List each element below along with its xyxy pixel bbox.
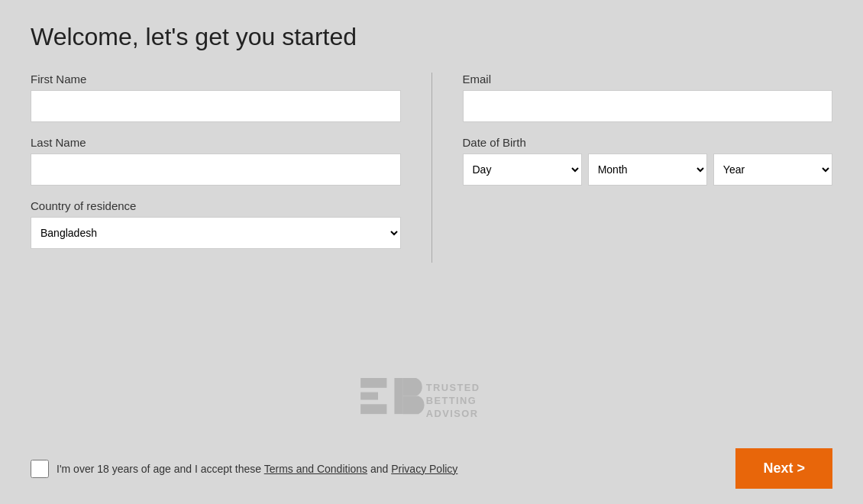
next-button[interactable]: Next > bbox=[735, 448, 832, 489]
form-left: First Name Last Name Country of residenc… bbox=[31, 73, 432, 263]
terms-row: I'm over 18 years of age and I accept th… bbox=[31, 460, 457, 478]
form-right: Email Date of Birth Day 1234 5678 910111… bbox=[432, 73, 833, 263]
year-select[interactable]: Year 2005200420032002 2001200019991998 1… bbox=[713, 153, 832, 186]
dob-group: Date of Birth Day 1234 5678 9101112 1314… bbox=[463, 136, 833, 186]
last-name-group: Last Name bbox=[31, 136, 401, 186]
page-container: Welcome, let's get you started First Nam… bbox=[0, 0, 863, 504]
svg-rect-1 bbox=[360, 393, 378, 400]
svg-rect-2 bbox=[360, 404, 386, 414]
country-group: Country of residence Bangladesh United S… bbox=[31, 199, 401, 249]
privacy-link[interactable]: Privacy Policy bbox=[391, 463, 457, 475]
first-name-input[interactable] bbox=[31, 90, 401, 122]
terms-link[interactable]: Terms and Conditions bbox=[264, 463, 367, 475]
first-name-label: First Name bbox=[31, 73, 401, 86]
terms-text: I'm over 18 years of age and I accept th… bbox=[57, 463, 457, 475]
page-title: Welcome, let's get you started bbox=[31, 23, 832, 51]
email-input[interactable] bbox=[463, 90, 833, 122]
month-select[interactable]: Month JanuaryFebruaryMarch AprilMayJune … bbox=[588, 153, 707, 186]
tba-logo: TRUSTED BETTING ADVISOR bbox=[355, 367, 508, 435]
form-layout: First Name Last Name Country of residenc… bbox=[31, 73, 832, 263]
footer-area: I'm over 18 years of age and I accept th… bbox=[0, 448, 863, 489]
email-label: Email bbox=[463, 73, 833, 86]
svg-text:ADVISOR: ADVISOR bbox=[426, 408, 479, 419]
svg-text:TRUSTED: TRUSTED bbox=[426, 382, 480, 393]
dob-label: Date of Birth bbox=[463, 136, 833, 149]
first-name-group: First Name bbox=[31, 73, 401, 122]
dob-row: Day 1234 5678 9101112 13141516 17181920 … bbox=[463, 153, 833, 186]
svg-rect-0 bbox=[360, 378, 386, 388]
last-name-label: Last Name bbox=[31, 136, 401, 149]
last-name-input[interactable] bbox=[31, 153, 401, 186]
email-group: Email bbox=[463, 73, 833, 122]
country-select[interactable]: Bangladesh United States United Kingdom … bbox=[31, 217, 401, 249]
svg-text:BETTING: BETTING bbox=[426, 395, 477, 406]
age-checkbox[interactable] bbox=[31, 460, 49, 478]
country-label: Country of residence bbox=[31, 199, 401, 212]
day-select[interactable]: Day 1234 5678 9101112 13141516 17181920 … bbox=[463, 153, 582, 186]
svg-rect-3 bbox=[394, 378, 402, 414]
